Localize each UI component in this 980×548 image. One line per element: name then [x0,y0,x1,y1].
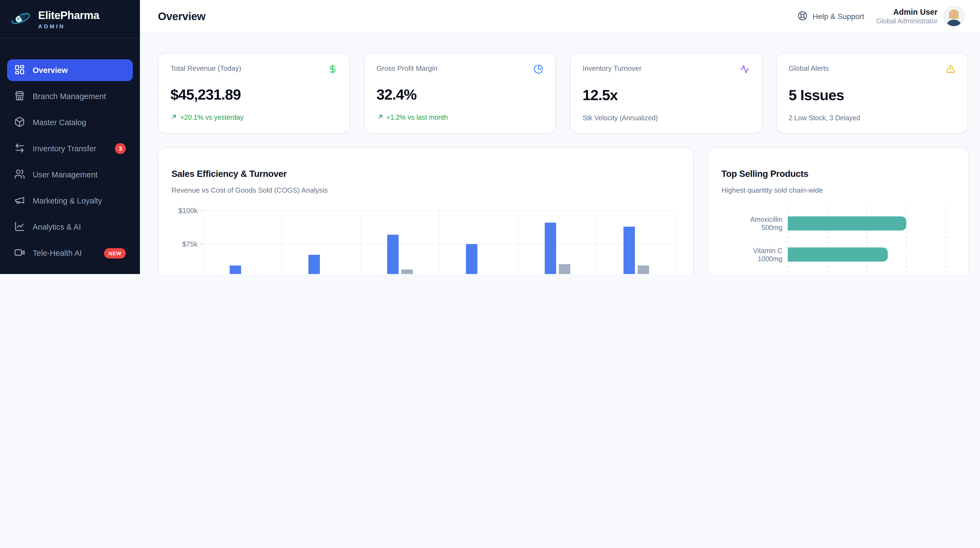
megaphone-icon [14,195,25,207]
svg-text:$100k: $100k [178,207,198,215]
top-products-chart: 0150300450600Amoxicillin500mgVitamin C10… [721,202,956,274]
main-area: Overview Help & Support Admin User Globa… [140,0,980,274]
top-products-subtitle: Highest quantity sold chain-wide [721,186,956,195]
content: Total Revenue (Today) $45,231.89 +20.1% … [140,33,980,274]
page-title: Overview [158,10,205,22]
brand-name: ElitePharma [38,9,99,21]
sidebar-item-overview[interactable]: Overview [7,59,133,81]
brand-subtitle: ADMIN [38,22,99,29]
sales-chart-title: Sales Efficiency & Turnover [172,168,680,179]
stat-value: 32.4% [377,86,543,103]
sidebar-item-label: Analytics & AI [33,222,126,231]
sales-efficiency-card: Sales Efficiency & Turnover Revenue vs C… [158,148,694,274]
package-icon [14,116,25,129]
stat-note: Stk Velocity (Annualized) [582,114,749,122]
stat-label: Gross Profit Margin [377,64,438,72]
charts-row: Sales Efficiency & Turnover Revenue vs C… [158,148,968,274]
svg-text:1000mg: 1000mg [758,255,783,262]
pie-chart-icon [533,64,543,76]
sidebar-item-analytics-ai[interactable]: Analytics & AI [7,216,133,238]
help-support-label: Help & Support [813,12,864,21]
sidebar-item-tele-health-ai[interactable]: Tele-Health AI NEW [7,242,133,264]
sidebar-item-branch-management[interactable]: Branch Management [7,86,133,107]
sidebar-item-label: User Management [33,170,126,179]
svg-text:500mg: 500mg [762,224,783,232]
stat-value: $45,231.89 [170,86,337,103]
stat-label: Total Revenue (Today) [170,64,241,72]
sidebar: ElitePharma ADMIN Overview Branch Manage… [0,0,140,274]
store-icon [14,90,25,103]
stat-delta: +1.2% vs last month [377,113,543,122]
warning-triangle-icon [946,64,956,76]
stat-card-global-alerts: Global Alerts 5 Issues 2 Low Stock, 3 De… [776,53,968,133]
stat-card-gross-profit-margin: Gross Profit Margin 32.4% +1.2% vs last … [364,53,556,133]
sidebar-item-marketing-loyalty[interactable]: Marketing & Loyalty [7,190,133,212]
stat-note: 2 Low Stock, 3 Delayed [789,114,956,122]
sidebar-item-inventory-transfer[interactable]: Inventory Transfer 3 [7,138,133,159]
stat-card-inventory-turnover: Inventory Turnover 12.5x Stk Velocity (A… [570,53,762,133]
stat-value: 12.5x [582,87,749,104]
app-window: ElitePharma ADMIN Overview Branch Manage… [0,0,980,274]
stat-label: Global Alerts [789,64,829,72]
stat-value: 5 Issues [789,87,956,104]
inventory-transfer-badge: 3 [115,143,126,154]
video-camera-icon [14,247,25,259]
trend-up-icon [377,113,383,122]
svg-text:Amoxicillin: Amoxicillin [750,216,783,223]
users-icon [14,168,25,181]
user-role: Global Administrator [876,17,937,25]
sales-chart-subtitle: Revenue vs Cost of Goods Sold (COGS) Ana… [172,186,680,195]
sidebar-item-master-catalog[interactable]: Master Catalog [7,111,133,133]
line-chart-icon [14,221,25,233]
svg-text:$75k: $75k [182,240,198,248]
dashboard-grid-icon [14,64,25,76]
transfer-arrows-icon [14,142,25,155]
top-products-title: Top Selling Products [721,168,956,179]
stat-cards: Total Revenue (Today) $45,231.89 +20.1% … [158,53,968,133]
brand: ElitePharma ADMIN [0,0,140,39]
sidebar-item-label: Branch Management [33,92,126,101]
sidebar-item-label: Marketing & Loyalty [33,197,126,205]
topbar: Overview Help & Support Admin User Globa… [140,0,980,33]
sidebar-item-label: Tele-Health AI [33,249,97,257]
dollar-sign-icon [328,64,337,76]
activity-pulse-icon [740,64,749,76]
sidebar-item-user-management[interactable]: User Management [7,164,133,186]
top-selling-products-card: Top Selling Products Highest quantity so… [708,148,969,274]
sidebar-item-label: Master Catalog [33,118,126,127]
tele-health-new-badge: NEW [104,248,126,258]
help-support-button[interactable]: Help & Support [798,11,864,22]
lifebuoy-icon [798,11,808,22]
sidebar-nav: Overview Branch Management Master Catalo… [0,39,140,274]
pill-logo-icon [10,7,32,31]
sidebar-item-label: Overview [33,66,126,75]
svg-text:Vitamin C: Vitamin C [753,247,783,254]
trend-up-icon [170,113,178,122]
avatar[interactable] [943,6,964,27]
user-menu[interactable]: Admin User Global Administrator [876,6,964,27]
stat-delta: +20.1% vs yesterday [170,113,337,122]
user-name: Admin User [876,8,937,16]
stat-label: Inventory Turnover [582,64,642,72]
stat-card-total-revenue: Total Revenue (Today) $45,231.89 +20.1% … [158,53,350,133]
sales-efficiency-chart: $0k$25k$50k$75k$100kJanFebMarAprMayJun [172,202,680,274]
sidebar-item-label: Inventory Transfer [33,144,107,153]
